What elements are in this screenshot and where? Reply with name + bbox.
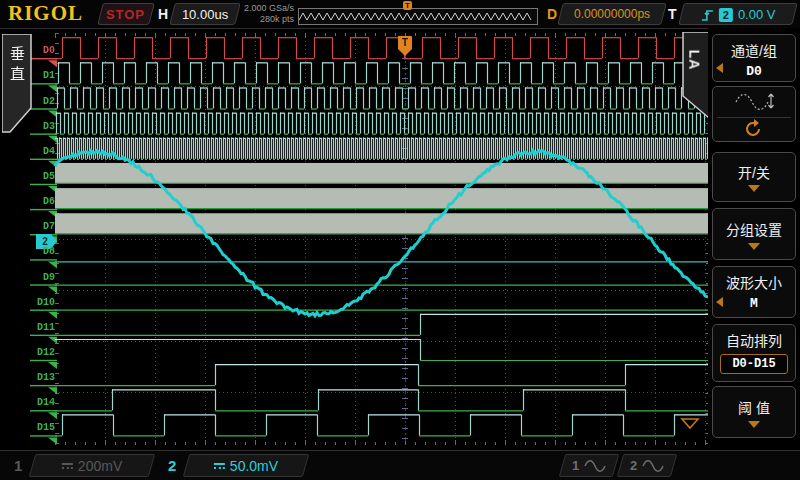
ch1-scale-button[interactable]: 200mV [29, 454, 156, 477]
la-tab-shape[interactable] [682, 32, 710, 120]
timebase-value: 10.00us [182, 7, 228, 22]
rigol-logo: RIGOL [8, 1, 83, 26]
ch1-scale-value: 200mV [78, 458, 122, 474]
channel-label-D12[interactable]: D12 [26, 347, 55, 358]
menu-channel-group-value: D0 [713, 64, 795, 79]
menu-threshold-label: 阈 值 [713, 387, 795, 417]
memory-depth: 280k pts [240, 14, 294, 25]
menu-group-settings[interactable]: 分组设置 [712, 208, 796, 260]
ch2-scale-button[interactable]: 50.0mV [183, 454, 310, 477]
rotate-icon [744, 119, 764, 139]
horizontal-label: H [158, 6, 168, 22]
channel-label-D13[interactable]: D13 [26, 372, 55, 383]
run-state-label: STOP [106, 7, 145, 22]
sample-rate: 2.000 GSa/s [240, 3, 294, 14]
channel-label-D15[interactable]: D15 [26, 422, 55, 433]
delay-button[interactable]: 0.00000000ps [557, 3, 666, 25]
menu-wave-size-value: M [713, 296, 795, 311]
channel-label-D9[interactable]: D9 [26, 272, 55, 283]
ch2-coupling-icon [214, 463, 225, 469]
channel-label-D6[interactable]: D6 [26, 196, 55, 207]
channel-label-D10[interactable]: D10 [26, 297, 55, 308]
menu-channel-group-label: 通道/组 [713, 35, 795, 60]
menu-group-settings-label: 分组设置 [713, 209, 795, 239]
trigger-source1-button[interactable]: 1 [559, 454, 620, 477]
source2-number: 2 [630, 458, 637, 473]
ch1-number[interactable]: 1 [14, 457, 22, 474]
trigger-source-chip: 2 [719, 7, 733, 21]
menu-wave-select[interactable] [712, 86, 796, 142]
softkey-menu: 通道/组 D0 开/关 分组设置 波形大小 M [708, 28, 800, 450]
down-arrow-icon [748, 243, 760, 250]
trigger-level-value: 0.00 V [738, 7, 776, 22]
down-arrow-icon [748, 185, 760, 192]
trigger-info-button[interactable]: 2 0.00 V [678, 3, 797, 25]
menu-auto-arrange[interactable]: 自动排列 D0-D15 [712, 324, 796, 382]
memory-waveform-overview [299, 10, 535, 23]
channel-label-D8[interactable]: D8 [26, 246, 55, 257]
bottom-status-bar: 1 200mV 2 50.0mV LA 15 11 7 3 S [0, 450, 800, 480]
menu-threshold[interactable]: 阈 值 [712, 386, 796, 438]
menu-on-off[interactable]: 开/关 [712, 152, 796, 202]
top-status-bar: RIGOL STOP H 10.00us 2.000 GSa/s 280k pt… [0, 0, 800, 29]
waveform-display[interactable] [0, 0, 800, 480]
source1-number: 1 [572, 458, 579, 473]
trigger-source2-button[interactable]: 2 [617, 454, 678, 477]
down-arrow-icon [748, 421, 760, 428]
menu-wave-size-label: 波形大小 [713, 267, 795, 292]
channel-label-D5[interactable]: D5 [26, 171, 55, 182]
delay-label: D [547, 6, 557, 22]
channel-label-D4[interactable]: D4 [26, 146, 55, 157]
trigger-label: T [668, 6, 677, 22]
vertical-tab-label: 垂直 [6, 46, 27, 86]
acquisition-info: 2.000 GSa/s 280k pts [240, 3, 294, 25]
menu-auto-arrange-label: 自动排列 [713, 325, 795, 350]
horizontal-position-bar[interactable] [298, 8, 538, 25]
menu-wave-size[interactable]: 波形大小 M [712, 266, 796, 318]
menu-auto-arrange-value: D0-D15 [720, 354, 788, 374]
sine-icon [584, 460, 606, 472]
wave-select-icon [734, 90, 774, 112]
oscilloscope-screen: D0D1D2D3D4D5D6D7D8D9D10D11D12D13D14D15 R… [0, 0, 800, 480]
ch2-number[interactable]: 2 [168, 457, 176, 474]
la-tab-label: LA [686, 50, 702, 71]
ch1-coupling-icon [62, 463, 73, 469]
left-arrow-icon [716, 63, 723, 73]
sine-icon [642, 460, 664, 472]
run-state-button[interactable]: STOP [97, 3, 154, 25]
ch2-scale-value: 50.0mV [230, 458, 278, 474]
timebase-button[interactable]: 10.00us [169, 3, 240, 25]
rising-edge-icon [701, 7, 714, 21]
channel-label-D11[interactable]: D11 [26, 322, 55, 333]
trigger-position-marker[interactable]: T [403, 1, 412, 10]
left-arrow-icon [716, 297, 723, 307]
channel-label-D14[interactable]: D14 [26, 397, 55, 408]
channel-label-D7[interactable]: D7 [26, 221, 55, 232]
menu-channel-group[interactable]: 通道/组 D0 [712, 34, 796, 82]
menu-on-off-label: 开/关 [713, 153, 795, 182]
delay-value: 0.00000000ps [574, 7, 650, 21]
